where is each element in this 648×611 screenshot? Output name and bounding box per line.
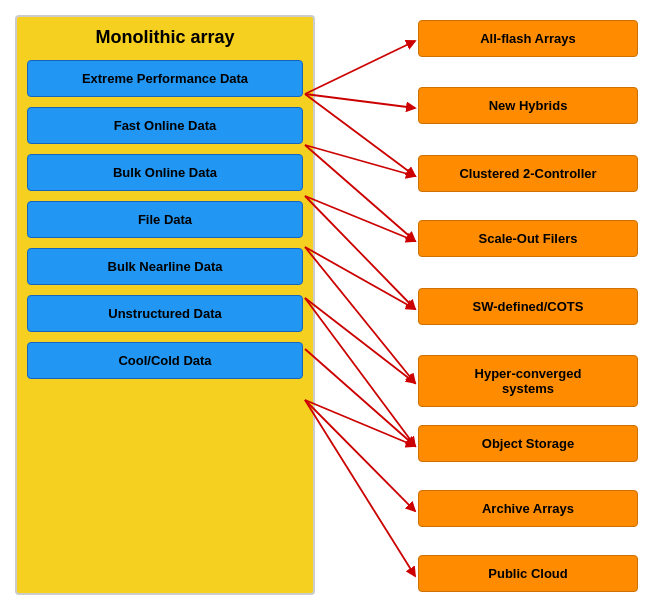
data-item-fd: File Data: [27, 201, 303, 238]
data-item-epd: Extreme Performance Data: [27, 60, 303, 97]
svg-line-8: [305, 247, 415, 309]
svg-line-12: [305, 349, 415, 446]
data-item-ccd: Cool/Cold Data: [27, 342, 303, 379]
right-box-afa: All-flash Arrays: [418, 20, 638, 57]
right-box-aa: Archive Arrays: [418, 490, 638, 527]
data-item-bnd: Bulk Nearline Data: [27, 248, 303, 285]
svg-line-13: [305, 400, 415, 446]
svg-line-2: [305, 94, 415, 108]
svg-line-3: [305, 94, 415, 176]
svg-line-9: [305, 247, 415, 383]
right-box-nh: New Hybrids: [418, 87, 638, 124]
right-box-sof: Scale-Out Filers: [418, 220, 638, 257]
svg-line-10: [305, 298, 415, 383]
right-box-os: Object Storage: [418, 425, 638, 462]
svg-line-14: [305, 400, 415, 511]
right-box-pc: Public Cloud: [418, 555, 638, 592]
svg-line-7: [305, 196, 415, 309]
svg-line-15: [305, 400, 415, 576]
svg-line-5: [305, 145, 415, 241]
svg-line-11: [305, 298, 415, 446]
data-item-bod: Bulk Online Data: [27, 154, 303, 191]
data-item-ud: Unstructured Data: [27, 295, 303, 332]
svg-line-4: [305, 145, 415, 176]
right-box-c2c: Clustered 2-Controller: [418, 155, 638, 192]
right-box-hcs: Hyper-converged systems: [418, 355, 638, 407]
svg-line-1: [305, 41, 415, 94]
monolithic-box: Monolithic array Extreme Performance Dat…: [15, 15, 315, 595]
monolithic-title: Monolithic array: [27, 27, 303, 48]
diagram: Monolithic array Extreme Performance Dat…: [0, 0, 648, 611]
data-item-fod: Fast Online Data: [27, 107, 303, 144]
right-box-swdc: SW-defined/COTS: [418, 288, 638, 325]
svg-line-6: [305, 196, 415, 241]
